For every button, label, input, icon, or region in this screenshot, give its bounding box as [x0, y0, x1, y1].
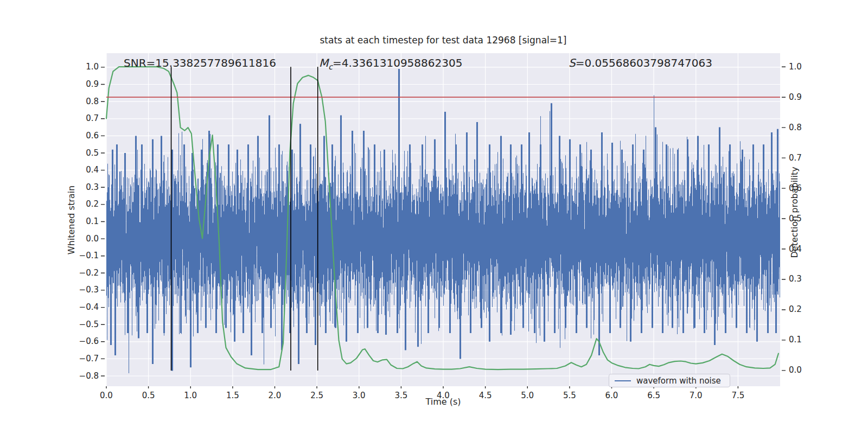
y-right-tick-0.1: 0.1	[789, 335, 802, 344]
y-right-tick-0.7: 0.7	[789, 153, 802, 163]
x-tick-5.5: 5.5	[559, 391, 580, 400]
annotation-s-label: S	[569, 56, 576, 69]
y-right-tick-0.9: 0.9	[789, 92, 802, 102]
y-left-tick-−0.5: −0.5	[79, 320, 99, 329]
annotation-snr-value: =15.338257789611816	[146, 56, 276, 69]
annotation-mc-sub: c	[328, 62, 333, 71]
x-tick-7.5: 7.5	[727, 391, 749, 400]
legend: waveform with noise	[609, 374, 730, 387]
annotation-mc-value: =4.3361310958862305	[333, 56, 462, 69]
annotation-s: S=0.05568603798747063	[569, 56, 712, 69]
y-left-tick-−0.1: −0.1	[79, 251, 99, 260]
y-left-tick-0.2: 0.2	[86, 199, 99, 209]
x-tick-3.5: 3.5	[390, 391, 412, 400]
x-tick-0.5: 0.5	[138, 391, 159, 400]
x-tick-6.0: 6.0	[601, 391, 623, 400]
x-tick-5.0: 5.0	[516, 391, 538, 400]
y-left-tick-−0.2: −0.2	[79, 268, 99, 278]
y-left-tick-0.7: 0.7	[86, 113, 99, 123]
y-left-tick-−0.7: −0.7	[79, 354, 99, 363]
y-left-tick-0.4: 0.4	[86, 165, 99, 175]
legend-label: waveform with noise	[636, 376, 721, 386]
y-left-tick-−0.4: −0.4	[79, 302, 99, 312]
x-tick-7.0: 7.0	[685, 391, 707, 400]
annotation-snr-label: SNR	[124, 56, 146, 69]
y-right-tick-0.5: 0.5	[789, 214, 802, 224]
y-right-tick-0.4: 0.4	[789, 244, 802, 254]
x-tick-3.0: 3.0	[348, 391, 370, 400]
x-tick-2.5: 2.5	[306, 391, 328, 400]
y-left-tick-0.6: 0.6	[86, 131, 99, 141]
x-tick-0.0: 0.0	[95, 391, 117, 400]
y-axis-left-label: Whitened strain	[66, 182, 76, 258]
y-left-tick-0.1: 0.1	[86, 216, 99, 226]
y-left-tick-0.5: 0.5	[86, 148, 99, 158]
x-tick-6.5: 6.5	[643, 391, 665, 400]
x-tick-1.5: 1.5	[222, 391, 244, 400]
y-right-tick-0.0: 0.0	[789, 365, 802, 375]
y-left-tick-0.0: 0.0	[86, 234, 99, 244]
y-right-tick-0.2: 0.2	[789, 304, 802, 314]
y-right-tick-0.8: 0.8	[789, 123, 802, 132]
annotation-mc: Mc=4.3361310958862305	[319, 56, 462, 71]
chart-title: stats at each timestep for test data 129…	[106, 35, 780, 46]
y-right-tick-1.0: 1.0	[789, 62, 802, 72]
y-left-tick-−0.8: −0.8	[79, 371, 99, 381]
x-tick-1.0: 1.0	[180, 391, 201, 400]
y-right-tick-0.3: 0.3	[789, 274, 802, 284]
x-tick-2.0: 2.0	[264, 391, 286, 400]
y-left-tick-1.0: 1.0	[86, 62, 99, 72]
x-tick-4.0: 4.0	[432, 391, 454, 400]
annotation-s-value: =0.05568603798747063	[576, 56, 712, 69]
y-left-tick-0.9: 0.9	[86, 79, 99, 89]
annotation-snr: SNR=15.338257789611816	[124, 56, 276, 69]
annotation-mc-label: M	[319, 56, 328, 69]
x-tick-4.5: 4.5	[475, 391, 496, 400]
y-right-tick-0.6: 0.6	[789, 183, 802, 193]
y-left-tick-−0.6: −0.6	[79, 336, 99, 346]
legend-waveform-line-swatch	[615, 380, 631, 381]
y-left-tick-0.8: 0.8	[86, 97, 99, 106]
y-left-tick-−0.3: −0.3	[79, 285, 99, 295]
figure: stats at each timestep for test data 129…	[0, 0, 868, 434]
y-left-tick-0.3: 0.3	[86, 182, 99, 192]
